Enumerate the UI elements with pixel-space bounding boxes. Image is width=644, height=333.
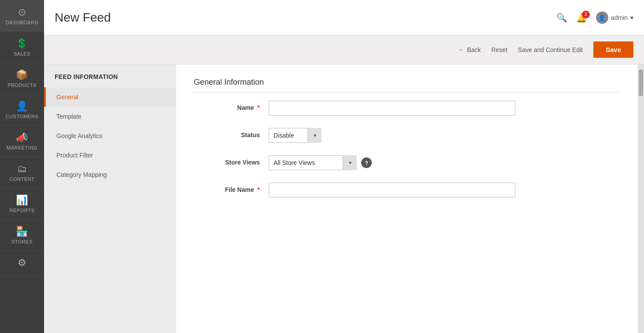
status-label: Status — [198, 128, 269, 138]
nav-item-product-filter[interactable]: Product Filter — [44, 146, 176, 165]
general-information-title: General Information — [194, 78, 620, 93]
products-icon: 📦 — [16, 69, 28, 81]
sidebar-item-sales[interactable]: 💲 SALES — [0, 32, 44, 63]
store-views-field-row: Store Views All Store Views ▾ ? — [194, 155, 620, 170]
sidebar-item-dashboard[interactable]: ⊙ DASHBOARD — [0, 0, 44, 32]
sidebar-item-customers[interactable]: 👤 CUSTOMERS — [0, 94, 44, 126]
content-area: FEED INFORMATION General Template Google… — [44, 64, 644, 333]
nav-item-google-analytics[interactable]: Google Analytics — [44, 126, 176, 146]
sidebar-item-label: PRODUCTS — [7, 82, 37, 88]
file-name-label: File Name * — [198, 183, 269, 193]
chevron-down-icon: ▾ — [630, 14, 633, 21]
name-input[interactable] — [269, 101, 515, 116]
reset-button[interactable]: Reset — [491, 46, 507, 53]
avatar: 👤 — [596, 11, 608, 24]
sidebar-item-content[interactable]: 🗂 CONTENT — [0, 157, 44, 188]
header-actions: 🔍 🔔 3 👤 admin ▾ — [556, 11, 633, 24]
scrollbar[interactable] — [638, 64, 644, 333]
name-control — [269, 101, 524, 116]
main-content: New Feed 🔍 🔔 3 👤 admin ▾ ← Back Reset — [44, 0, 644, 333]
store-select-wrapper: All Store Views ▾ — [269, 155, 357, 170]
name-label: Name * — [198, 101, 269, 111]
name-required-star: * — [258, 104, 260, 111]
sidebar-item-label: DASHBOARD — [6, 20, 38, 25]
feed-information-title: FEED INFORMATION — [44, 64, 176, 87]
file-name-required-star: * — [258, 186, 260, 193]
back-label: Back — [467, 46, 481, 53]
sales-icon: 💲 — [16, 38, 28, 49]
scrollbar-thumb — [639, 70, 643, 96]
store-views-control: All Store Views ▾ ? — [269, 155, 524, 170]
file-name-input[interactable] — [269, 183, 515, 198]
save-continue-button[interactable]: Save and Continue Edit — [518, 46, 583, 53]
sidebar-item-products[interactable]: 📦 PRODUCTS — [0, 63, 44, 94]
sidebar-item-label: SALES — [14, 51, 30, 56]
sidebar-item-stores[interactable]: 🏪 STORES — [0, 220, 44, 251]
status-field-row: Status Disable Enable ▾ — [194, 128, 620, 143]
sidebar-item-label: STORES — [11, 239, 33, 244]
store-views-label: Store Views — [198, 155, 269, 166]
reports-icon: 📊 — [16, 195, 28, 206]
sidebar: ⊙ DASHBOARD 💲 SALES 📦 PRODUCTS 👤 CUSTOME… — [0, 0, 44, 333]
nav-item-category-mapping[interactable]: Category Mapping — [44, 165, 176, 184]
nav-item-general[interactable]: General — [44, 87, 176, 107]
store-views-select[interactable]: All Store Views — [269, 155, 357, 170]
customers-icon: 👤 — [16, 101, 28, 112]
nav-item-template[interactable]: Template — [44, 107, 176, 126]
name-field-row: Name * — [194, 101, 620, 116]
sidebar-item-marketing[interactable]: 📣 MARKETING — [0, 126, 44, 157]
stores-icon: 🏪 — [16, 226, 28, 237]
sidebar-item-label: CONTENT — [10, 176, 35, 182]
save-continue-label: Save and Continue Edit — [518, 46, 583, 53]
file-name-field-row: File Name * — [194, 183, 620, 198]
reset-label: Reset — [491, 46, 507, 53]
save-button[interactable]: Save — [593, 41, 633, 58]
action-bar: ← Back Reset Save and Continue Edit Save — [44, 35, 644, 64]
sidebar-item-reports[interactable]: 📊 REPORTS — [0, 188, 44, 220]
sidebar-item-label: REPORTS — [10, 208, 34, 213]
left-nav-panel: FEED INFORMATION General Template Google… — [44, 64, 176, 333]
notification-badge: 3 — [582, 11, 590, 19]
search-button[interactable]: 🔍 — [556, 12, 567, 23]
top-header: New Feed 🔍 🔔 3 👤 admin ▾ — [44, 0, 644, 35]
store-views-wrapper: All Store Views ▾ ? — [269, 155, 372, 170]
help-icon[interactable]: ? — [361, 157, 372, 168]
admin-label: admin — [611, 14, 628, 21]
sidebar-item-label: MARKETING — [7, 145, 37, 150]
sidebar-item-label: CUSTOMERS — [6, 114, 39, 119]
search-icon: 🔍 — [556, 13, 567, 22]
marketing-icon: 📣 — [16, 132, 28, 143]
dashboard-icon: ⊙ — [18, 7, 26, 18]
page-title: New Feed — [55, 11, 111, 25]
status-select-wrapper: Disable Enable ▾ — [269, 128, 322, 143]
back-button[interactable]: ← Back — [458, 46, 481, 53]
system-icon: ⚙ — [18, 257, 27, 269]
content-icon: 🗂 — [17, 163, 27, 175]
file-name-control — [269, 183, 524, 198]
admin-menu-button[interactable]: 👤 admin ▾ — [596, 11, 633, 24]
form-area: General Information Name * Status — [176, 64, 638, 333]
sidebar-item-system[interactable]: ⚙ — [0, 251, 44, 277]
notification-button[interactable]: 🔔 3 — [576, 12, 587, 23]
arrow-left-icon: ← — [458, 46, 464, 53]
status-control: Disable Enable ▾ — [269, 128, 524, 143]
status-select[interactable]: Disable Enable — [269, 128, 322, 143]
